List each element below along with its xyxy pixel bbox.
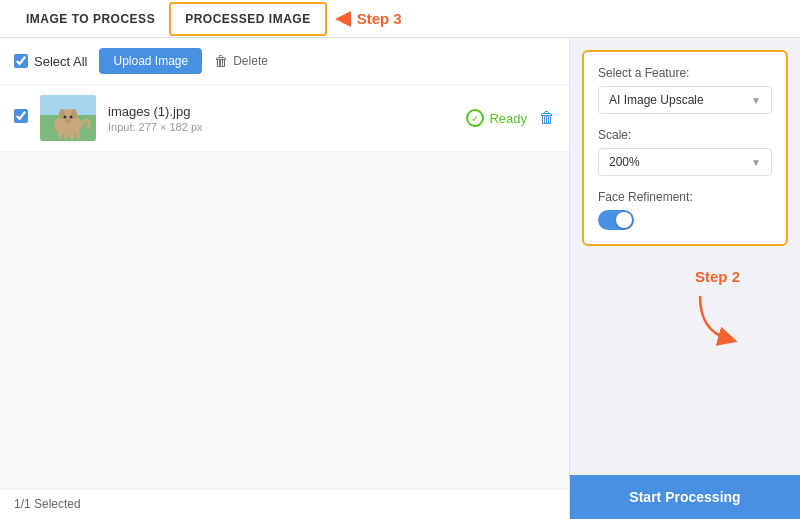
table-row: images (1).jpg Input: 277 × 182 px Ready… <box>0 85 569 152</box>
feature-value: AI Image Upscale <box>609 93 704 107</box>
main-content: Select All Upload Image 🗑 Delete <box>0 38 800 519</box>
face-refinement-label: Face Refinement: <box>598 190 772 204</box>
step3-arrow-icon <box>335 11 351 27</box>
status-check-icon <box>466 109 484 127</box>
step2-area: Step 2 <box>570 258 800 475</box>
step2-label: Step 2 <box>695 268 740 285</box>
select-all-checkbox[interactable]: Select All <box>14 54 87 69</box>
face-refinement-toggle[interactable] <box>598 210 634 230</box>
step3-label: Step 3 <box>357 10 402 27</box>
svg-rect-11 <box>70 131 74 139</box>
svg-point-7 <box>70 116 73 119</box>
select-all-input[interactable] <box>14 54 28 68</box>
svg-rect-10 <box>64 131 68 139</box>
select-all-label: Select All <box>34 54 87 69</box>
toggle-container <box>598 210 772 230</box>
feature-section: Select a Feature: AI Image Upscale ▼ <box>598 66 772 114</box>
status-bar-text: 1/1 Selected <box>14 497 81 511</box>
trash-icon: 🗑 <box>214 53 228 69</box>
right-panel: Select a Feature: AI Image Upscale ▼ Sca… <box>570 38 800 519</box>
file-meta: Input: 277 × 182 px <box>108 121 454 133</box>
tab-image-to-process[interactable]: IMAGE TO PROCESS <box>12 4 169 34</box>
svg-point-8 <box>65 119 71 123</box>
file-info: images (1).jpg Input: 277 × 182 px <box>108 104 454 133</box>
upload-image-button[interactable]: Upload Image <box>99 48 202 74</box>
file-list: images (1).jpg Input: 277 × 182 px Ready… <box>0 85 569 488</box>
delete-label: Delete <box>233 54 268 68</box>
tab-processed-image[interactable]: PROCESSED IMAGE <box>169 2 327 36</box>
feature-dropdown[interactable]: AI Image Upscale ▼ <box>598 86 772 114</box>
settings-box: Select a Feature: AI Image Upscale ▼ Sca… <box>582 50 788 246</box>
toolbar: Select All Upload Image 🗑 Delete <box>0 38 569 85</box>
step2-annotation: Step 2 <box>690 268 740 346</box>
file-name: images (1).jpg <box>108 104 454 119</box>
file-checkbox[interactable] <box>14 109 28 127</box>
tab-bar: IMAGE TO PROCESS PROCESSED IMAGE Step 3 <box>0 0 800 38</box>
scale-dropdown[interactable]: 200% ▼ <box>598 148 772 176</box>
chevron-down-icon-2: ▼ <box>751 157 761 168</box>
toggle-thumb <box>616 212 632 228</box>
step2-arrow-icon <box>690 291 740 346</box>
scale-value: 200% <box>609 155 640 169</box>
file-status: Ready <box>466 109 527 127</box>
delete-button[interactable]: 🗑 Delete <box>214 53 268 69</box>
status-bar: 1/1 Selected <box>0 488 569 519</box>
start-processing-button[interactable]: Start Processing <box>570 475 800 519</box>
feature-label: Select a Feature: <box>598 66 772 80</box>
svg-point-6 <box>64 116 67 119</box>
left-panel: Select All Upload Image 🗑 Delete <box>0 38 570 519</box>
step3-annotation: Step 3 <box>335 10 402 27</box>
status-text: Ready <box>489 111 527 126</box>
svg-rect-12 <box>76 131 80 139</box>
scale-section: Scale: 200% ▼ <box>598 128 772 176</box>
file-select-input[interactable] <box>14 109 28 123</box>
chevron-down-icon: ▼ <box>751 95 761 106</box>
file-delete-button[interactable]: 🗑 <box>539 109 555 127</box>
svg-rect-9 <box>58 131 62 139</box>
file-thumbnail <box>40 95 96 141</box>
face-refinement-section: Face Refinement: <box>598 190 772 230</box>
scale-label: Scale: <box>598 128 772 142</box>
